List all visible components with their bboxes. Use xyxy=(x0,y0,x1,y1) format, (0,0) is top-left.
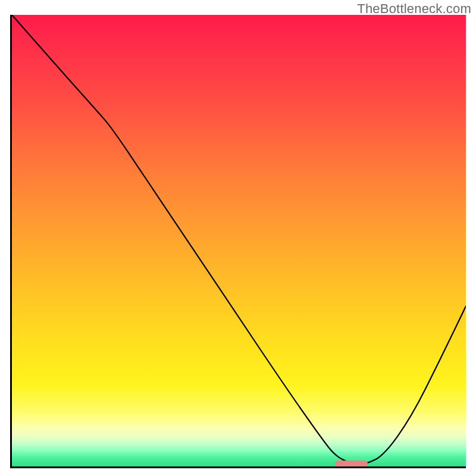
bottleneck-curve xyxy=(12,15,466,466)
minimum-marker xyxy=(335,461,368,466)
watermark-text: TheBottleneck.com xyxy=(357,1,471,17)
chart-container: TheBottleneck.com xyxy=(0,0,476,476)
plot-area xyxy=(12,15,466,466)
